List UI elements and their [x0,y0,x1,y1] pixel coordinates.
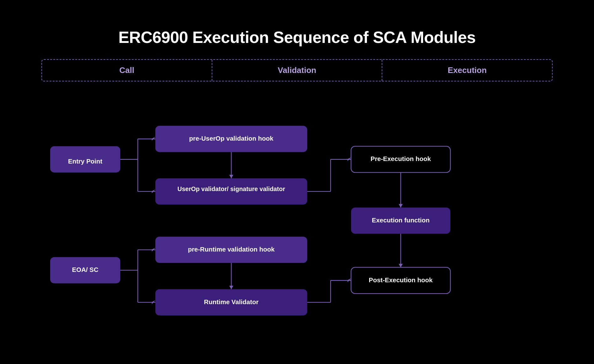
execution-function-label: Execution function [372,216,429,223]
phase-call: Call [42,60,212,81]
arrowhead-userop-down [229,175,233,178]
phase-execution: Execution [382,60,552,81]
pre-runtime-hook-label: pre-Runtime validation hook [188,245,275,252]
entry-point-label: Entry Point [68,157,102,164]
phase-validation: Validation [212,60,383,81]
pre-userop-hook-label: pre-UserOp validation hook [189,134,273,142]
arrowhead-exec-func-down [399,204,403,207]
page-title: ERC6900 Execution Sequence of SCA Module… [41,28,553,47]
eoa-sc-label: EOA/ SC [72,266,98,273]
post-execution-hook-label: Post-Execution hook [369,276,433,283]
userop-validator-label: UserOp validator/ signature validator [178,185,285,192]
pre-execution-hook-label: Pre-Execution hook [370,155,431,162]
runtime-validator-label: Runtime Validator [204,298,258,305]
arrowhead-post-exec-down [399,264,403,267]
arrowhead-runtime-down [229,286,233,289]
diagram-svg: Entry Point EOA/ SC pre-UserOp validatio… [41,100,553,335]
main-container: ERC6900 Execution Sequence of SCA Module… [23,15,571,349]
phase-header: Call Validation Execution [41,59,553,81]
